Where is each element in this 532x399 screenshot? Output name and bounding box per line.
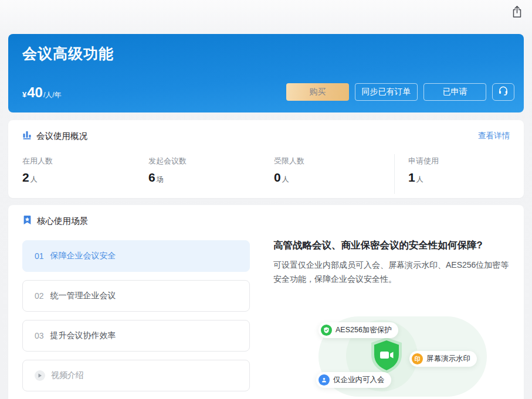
video-intro-label: 视频介绍 [51, 370, 84, 381]
applied-button[interactable]: 已申请 [423, 83, 486, 101]
stat-value: 1 [408, 170, 415, 185]
badge-label: AES256加密保护 [336, 325, 392, 335]
sync-orders-button[interactable]: 同步已有订单 [355, 83, 418, 101]
scenario-detail-description: 可设置仅企业内部成员可入会、屏幕演示水印、AES256位加密等安全功能，保障企业… [273, 258, 514, 286]
hero-banner: 会议高级功能 ¥ 40 /人/年 购买 同步已有订单 已申请 [8, 34, 524, 112]
video-intro-item[interactable]: 视频介绍 [22, 360, 250, 391]
badge-watermark: 印 屏幕演示水印 [409, 351, 477, 367]
stat-label: 申请使用 [408, 156, 439, 166]
stat-applied-users: 申请使用 1人 [408, 156, 439, 185]
scenario-number: 03 [35, 331, 44, 340]
badge-label: 屏幕演示水印 [426, 354, 470, 364]
usage-title: 会议使用概况 [36, 131, 87, 142]
scenario-item-manage[interactable]: 02 统一管理企业会议 [22, 280, 250, 312]
badge-members-only: 仅企业内可入会 [316, 372, 391, 388]
scenario-number: 02 [35, 291, 44, 301]
shield-check-icon [321, 325, 332, 336]
share-icon [511, 5, 523, 21]
page-title: 会议高级功能 [22, 44, 114, 63]
hero-actions: 购买 同步已有订单 已申请 [286, 83, 514, 101]
stamp-icon: 印 [412, 353, 423, 364]
view-details-link[interactable]: 查看详情 [478, 131, 510, 141]
usage-overview-card: 会议使用概况 查看详情 在用人数 2人 发起会议数 6场 受限人数 0人 申请使… [8, 120, 524, 198]
badge-aes256: AES256加密保护 [318, 322, 398, 338]
bar-chart-icon [22, 130, 32, 142]
stat-active-users: 在用人数 2人 [22, 156, 53, 185]
stat-value: 6 [148, 170, 155, 185]
badge-label: 仅企业内可入会 [333, 375, 385, 385]
shield-camera-icon [367, 336, 406, 375]
buy-button[interactable]: 购买 [286, 83, 349, 101]
price-unit: /人/年 [43, 90, 62, 100]
scenario-label: 统一管理企业会议 [50, 291, 116, 301]
stat-label: 发起会议数 [148, 156, 187, 166]
support-button[interactable] [492, 83, 514, 101]
stat-unit: 人 [282, 175, 289, 185]
headset-icon [498, 86, 509, 98]
stat-unit: 人 [31, 175, 38, 185]
stat-value: 2 [22, 170, 29, 185]
stat-unit: 场 [157, 175, 164, 185]
stamp-glyph: 印 [415, 356, 421, 362]
share-button[interactable] [509, 5, 524, 21]
scenario-item-security[interactable]: 01 保障企业会议安全 [22, 240, 250, 272]
scenario-item-efficiency[interactable]: 03 提升会议协作效率 [22, 320, 250, 352]
stat-restricted-users: 受限人数 0人 [274, 156, 304, 185]
stat-label: 受限人数 [274, 156, 304, 166]
scenarios-header: 核心使用场景 [22, 215, 88, 227]
core-scenarios-card: 核心使用场景 01 保障企业会议安全 02 统一管理企业会议 03 提升会议协作… [8, 205, 524, 399]
play-icon [35, 370, 45, 381]
stat-value: 0 [274, 170, 281, 185]
bookmark-star-icon [22, 215, 32, 227]
stat-divider [394, 154, 395, 194]
price-amount: 40 [27, 86, 43, 100]
stat-label: 在用人数 [22, 156, 53, 166]
scenario-detail-heading: 高管战略会议、商业保密会议的安全性如何保障? [273, 239, 520, 252]
scenario-list: 01 保障企业会议安全 02 统一管理企业会议 03 提升会议协作效率 视频介绍 [22, 240, 250, 399]
scenario-number: 01 [35, 251, 44, 261]
scenario-label: 保障企业会议安全 [50, 251, 116, 261]
price-currency: ¥ [22, 90, 26, 99]
usage-header: 会议使用概况 [22, 130, 87, 142]
scenario-label: 提升会议协作效率 [50, 330, 116, 341]
stat-meetings-started: 发起会议数 6场 [148, 156, 187, 185]
person-icon [318, 374, 330, 386]
stat-unit: 人 [416, 175, 423, 185]
scenarios-title: 核心使用场景 [37, 216, 88, 227]
price: ¥ 40 /人/年 [22, 86, 62, 100]
